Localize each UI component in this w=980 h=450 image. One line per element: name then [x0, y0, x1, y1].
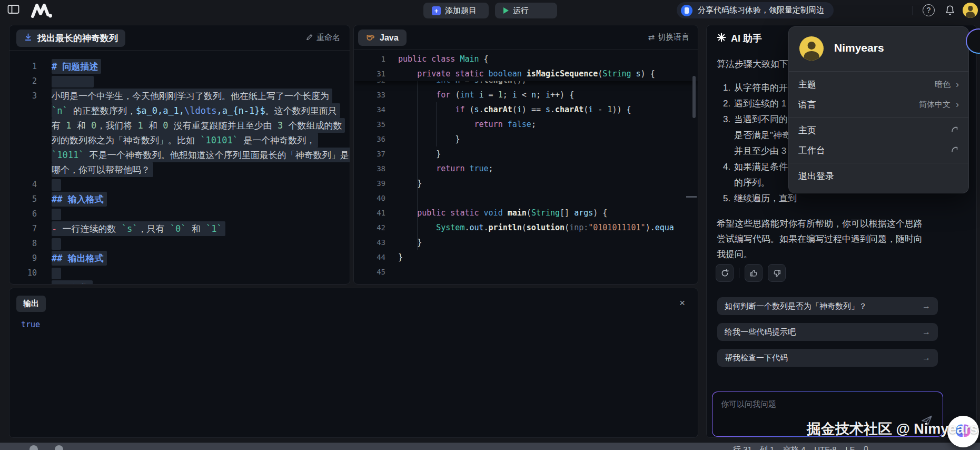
- menu-item-language[interactable]: 语言 简体中文 ›: [789, 94, 968, 114]
- menu-item-theme[interactable]: 主题 暗色 ›: [789, 74, 968, 94]
- status-icon[interactable]: [29, 445, 38, 450]
- problem-line-text: 列的数列称之为「神奇数列」。比如 `10101` 是一个神奇数列，: [52, 133, 318, 148]
- language-value: 简体中文: [919, 100, 951, 110]
- problem-line-text: 哪个，你可以帮帮他吗？: [52, 162, 153, 177]
- menu-item-workspace[interactable]: 工作台: [789, 140, 968, 160]
- external-link-icon: [951, 145, 959, 156]
- indent-guide: [417, 73, 418, 250]
- code-line-text: }: [398, 235, 422, 250]
- ai-message-intro: 算法步骤大致如下：: [717, 58, 797, 70]
- line-number: 42: [354, 220, 385, 235]
- language-tab-java[interactable]: Java: [358, 30, 407, 46]
- sticky-scroll-lines: 1public class Main {31 private static bo…: [354, 50, 698, 81]
- menu-item-logout[interactable]: 退出登录: [789, 166, 968, 186]
- line-number: 7: [9, 221, 37, 236]
- step-marker: 1.: [723, 80, 730, 96]
- ai-message-actions: [716, 264, 786, 282]
- line-number: 1: [9, 59, 37, 74]
- line-number: 2: [9, 74, 37, 89]
- add-question-button[interactable]: + 添加题目: [423, 3, 489, 18]
- problem-line: 9## 输出格式: [9, 251, 350, 266]
- problem-line: `1011` 不是一个神奇数列。他想知道这个序列里面最长的「神奇数列」是: [9, 148, 350, 162]
- line-number: 40: [354, 191, 385, 206]
- step-text: 从字符串的开头: [734, 80, 797, 96]
- step-marker: 5.: [723, 191, 730, 207]
- thumbs-up-button[interactable]: [745, 264, 763, 282]
- status-icon[interactable]: [55, 445, 63, 450]
- problem-line: 4: [9, 177, 350, 192]
- problem-line: 5## 输入格式: [9, 192, 350, 207]
- step-text: 如果满足条件，: [734, 159, 797, 175]
- switch-arrows-icon: ⇄: [648, 33, 655, 42]
- code-line: 39 }: [354, 176, 698, 191]
- menu-item-home[interactable]: 主页: [789, 120, 968, 140]
- line-number: 36: [354, 132, 385, 146]
- problem-line: 1# 问题描述: [9, 59, 350, 74]
- line-number: 38: [354, 161, 385, 176]
- line-number: 1: [354, 52, 385, 66]
- code-line: 45: [354, 265, 698, 279]
- suggestion-label: 如何判断一个数列是否为「神奇数列」？: [725, 301, 867, 311]
- suggestion-label: 给我一些代码提示吧: [725, 327, 796, 337]
- arrow-right-icon: →: [922, 301, 930, 311]
- code-scrollbar-thumb[interactable]: [692, 76, 696, 118]
- status-info: 行 31，列 1 空格 4 UTF-8 LF {}: [733, 445, 869, 450]
- switch-language-button[interactable]: ⇄ 切换语言: [648, 32, 689, 42]
- help-button[interactable]: ?: [923, 4, 935, 16]
- problem-line-text: - 一行数: [52, 280, 93, 285]
- line-number: 11: [9, 280, 37, 285]
- problem-line: 10: [9, 266, 350, 280]
- suggestion-chip[interactable]: 帮我检查一下代码→: [717, 349, 938, 367]
- ai-assistant-header: AI 助手: [717, 32, 762, 45]
- actions-divider: [739, 268, 739, 278]
- line-number: 31: [354, 66, 385, 81]
- code-line: 31 private static boolean isMagicSequenc…: [354, 66, 698, 81]
- watermark-text: 掘金技术社区 @ Nimyears: [807, 419, 978, 438]
- code-line-text: }: [398, 146, 441, 161]
- problem-line-text: [52, 74, 94, 89]
- problem-line-text: ## 输入格式: [52, 192, 107, 207]
- problem-line: 列的数列称之为「神奇数列」。比如 `10101` 是一个神奇数列，: [9, 133, 350, 148]
- run-button[interactable]: 运行: [495, 3, 557, 18]
- problem-panel: 找出最长的神奇数列 重命名 1# 问题描述23小明是一个中学生，今天他刚刚学习了…: [9, 25, 350, 285]
- regenerate-button[interactable]: [716, 264, 734, 282]
- marscode-logo-icon[interactable]: [29, 3, 53, 21]
- code-panel-header: Java ⇄ 切换语言: [354, 25, 698, 50]
- problem-editor[interactable]: 1# 问题描述23小明是一个中学生，今天他刚刚学习了数列。他在纸上写了一个长度为…: [9, 59, 350, 285]
- code-line: 37 }: [354, 146, 698, 161]
- user-avatar[interactable]: [963, 3, 978, 18]
- thumbs-down-button[interactable]: [768, 264, 786, 282]
- download-icon: [24, 33, 33, 44]
- problem-line-text: `n` 的正整数序列，$a_0,a_1,\ldots,a_{n-1}$。这个数列…: [52, 103, 340, 118]
- suggestion-chip[interactable]: 给我一些代码提示吧→: [717, 323, 938, 341]
- problem-title-tab[interactable]: 找出最长的神奇数列: [16, 30, 125, 47]
- rename-button[interactable]: 重命名: [305, 33, 340, 43]
- line-number: 10: [9, 266, 37, 280]
- code-editor[interactable]: 32 int n = s.length();33 for (int i = 1;…: [354, 50, 698, 284]
- suggestion-chip[interactable]: 如何判断一个数列是否为「神奇数列」？→: [717, 297, 938, 315]
- language-label: 语言: [798, 99, 816, 111]
- code-line-text: return true;: [398, 161, 493, 176]
- notifications-bell-icon[interactable]: [945, 5, 955, 18]
- theme-value: 暗色: [935, 80, 951, 90]
- add-question-label: 添加题目: [445, 6, 477, 16]
- code-lines: 32 int n = s.length();33 for (int i = 1;…: [354, 73, 698, 279]
- code-line: 41 public static void main(String[] args…: [354, 206, 698, 220]
- problem-line-text: [52, 207, 61, 221]
- line-number: 43: [354, 235, 385, 250]
- arrow-right-icon: →: [922, 327, 930, 337]
- code-panel: Java ⇄ 切换语言 32 int n = s.length();33 for…: [353, 25, 698, 285]
- step-marker: 3.: [723, 112, 730, 128]
- layout-toggle-icon[interactable]: [7, 4, 19, 17]
- theme-label: 主题: [798, 79, 816, 91]
- output-tab[interactable]: 输出: [16, 296, 46, 312]
- chat-input-placeholder: 你可以问我问题: [721, 399, 776, 409]
- help-question-icon: ?: [927, 6, 931, 14]
- problem-line: 6: [9, 207, 350, 221]
- line-number: 33: [354, 87, 385, 102]
- code-line: 42 System.out.println(solution(inp:"0101…: [354, 220, 698, 235]
- code-line-text: for (int i = 1; i < n; i++) {: [398, 87, 574, 102]
- share-banner-button[interactable]: 分享代码练习体验，领限量定制周边: [677, 2, 834, 18]
- problem-line-text: - 一行连续的数 `s`，只有 `0` 和 `1`: [52, 221, 225, 236]
- close-icon[interactable]: ×: [679, 298, 685, 308]
